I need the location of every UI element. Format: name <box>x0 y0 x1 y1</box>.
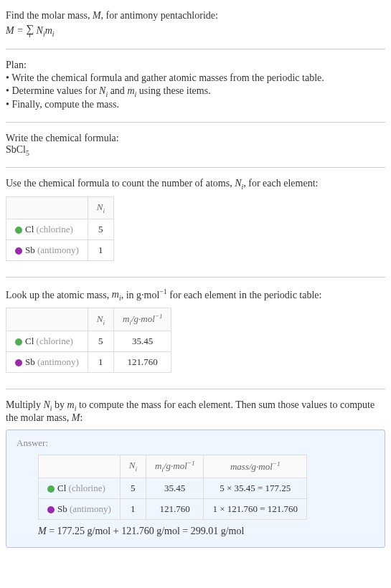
element-dot-icon <box>47 506 55 513</box>
chemical-formula-section: Write the chemical formula: SbCl5 <box>6 128 385 161</box>
answer-table: Ni mi/g·mol−1 mass/g·mol−1 Cl (chlorine)… <box>38 455 307 520</box>
table-header-empty <box>39 455 121 478</box>
intro-section: Find the molar mass, M, for antimony pen… <box>6 6 385 43</box>
molar-mass-formula: M = ∑i Nimi <box>6 24 385 39</box>
table-row: Cl (chlorine) 5 <box>6 219 114 240</box>
element-cell: Cl (chlorine) <box>6 331 88 351</box>
m-cell: 121.760 <box>146 498 203 519</box>
intro-suffix: , for antimony pentachloride: <box>101 10 218 21</box>
intro-prefix: Find the molar mass, <box>6 10 93 21</box>
table-header-N: Ni <box>88 308 113 331</box>
plan-title: Plan: <box>6 60 385 71</box>
element-cell: Cl (chlorine) <box>6 219 88 240</box>
table-header-row: Ni mi/g·mol−1 <box>6 308 171 331</box>
plan-bullet-3: • Finally, compute the mass. <box>6 99 385 110</box>
count-table: Ni Cl (chlorine) 5 Sb (antimony) 1 <box>6 196 114 261</box>
table-row: Sb (antimony) 1 121.760 <box>6 351 171 372</box>
element-dot-icon <box>15 338 22 346</box>
formula-M: M <box>6 25 14 36</box>
plan-bullet-1: • Write the chemical formula and gather … <box>6 72 385 84</box>
divider <box>6 122 385 123</box>
answer-label: Answer: <box>17 437 374 449</box>
element-cell: Sb (antimony) <box>6 351 88 372</box>
table-header-m: mi/g·mol−1 <box>146 455 203 478</box>
intro-M: M <box>93 10 101 21</box>
element-dot-icon <box>15 359 22 366</box>
element-dot-icon <box>15 247 22 255</box>
calc-cell: 1 × 121.760 = 121.760 <box>204 498 307 519</box>
n-cell: 1 <box>88 351 113 372</box>
intro-line: Find the molar mass, M, for antimony pen… <box>6 10 385 22</box>
multiply-section: Multiply Ni by mi to compute the mass fo… <box>6 395 385 558</box>
table-header-empty <box>6 196 88 219</box>
table-header-empty <box>6 308 88 331</box>
n-cell: 5 <box>120 478 146 498</box>
element-cell: Sb (antimony) <box>39 498 121 519</box>
table-row: Sb (antimony) 1 121.760 1 × 121.760 = 12… <box>39 498 307 519</box>
table-header-mass: mass/g·mol−1 <box>204 455 307 478</box>
table-row: Sb (antimony) 1 <box>6 240 114 260</box>
n-cell: 5 <box>88 331 113 351</box>
plan-section: Plan: • Write the chemical formula and g… <box>6 55 385 117</box>
mass-text: Look up the atomic mass, mi, in g·mol−1 … <box>6 288 385 302</box>
n-cell: 1 <box>120 498 146 519</box>
element-dot-icon <box>15 227 22 234</box>
divider <box>6 49 385 49</box>
m-cell: 35.45 <box>146 478 203 498</box>
table-header-m: mi/g·mol−1 <box>113 308 171 331</box>
divider <box>6 277 385 278</box>
element-cell: Cl (chlorine) <box>39 478 121 498</box>
calc-cell: 5 × 35.45 = 177.25 <box>204 478 307 498</box>
mass-table: Ni mi/g·mol−1 Cl (chlorine) 5 35.45 Sb (… <box>6 308 171 373</box>
formula-eq: = <box>14 25 26 36</box>
plan-bullet-2: • Determine values for Ni and mi using t… <box>6 85 385 98</box>
n-cell: 1 <box>88 240 113 260</box>
m-cell: 121.760 <box>113 351 171 372</box>
table-header-row: Ni <box>6 196 114 219</box>
mass-section: Look up the atomic mass, mi, in g·mol−1 … <box>6 283 385 383</box>
formula-N: N <box>37 25 43 36</box>
formula-m: m <box>45 25 52 36</box>
multiply-text: Multiply Ni by mi to compute the mass fo… <box>6 399 385 424</box>
m-cell: 35.45 <box>113 331 171 351</box>
element-dot-icon <box>47 485 55 493</box>
element-cell: Sb (antimony) <box>6 240 88 260</box>
answer-box: Answer: Ni mi/g·mol−1 mass/g·mol−1 Cl (c… <box>6 430 385 548</box>
count-section: Use the chemical formula to count the nu… <box>6 174 385 270</box>
chemical-formula-title: Write the chemical formula: <box>6 133 385 144</box>
divider <box>6 167 385 168</box>
count-text: Use the chemical formula to count the nu… <box>6 178 385 191</box>
table-header-N: Ni <box>88 196 113 219</box>
divider <box>6 389 385 389</box>
table-row: Cl (chlorine) 5 35.45 <box>6 331 171 351</box>
sigma-icon: ∑i <box>26 24 34 39</box>
table-header-row: Ni mi/g·mol−1 mass/g·mol−1 <box>39 455 307 478</box>
n-cell: 5 <box>88 219 113 240</box>
chemical-formula: SbCl5 <box>6 144 385 157</box>
table-header-N: Ni <box>120 455 146 478</box>
final-result: M = 177.25 g/mol + 121.760 g/mol = 299.0… <box>38 526 374 537</box>
table-row: Cl (chlorine) 5 35.45 5 × 35.45 = 177.25 <box>39 478 307 498</box>
